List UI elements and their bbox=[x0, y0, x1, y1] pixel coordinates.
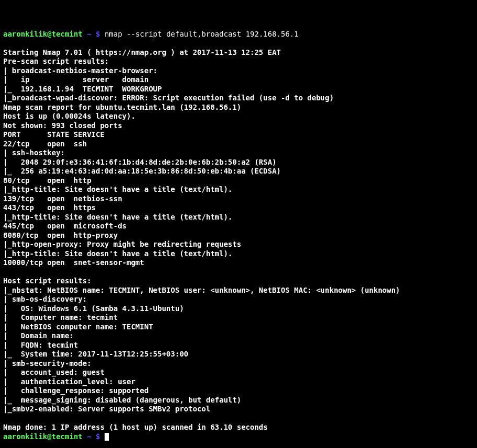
prompt-at: @ bbox=[47, 30, 51, 38]
prompt-host: tecmint bbox=[52, 432, 83, 441]
terminal[interactable]: aaronkilik@tecmint ~ $ nmap --script def… bbox=[3, 30, 474, 442]
command-input[interactable]: nmap --script default,broadcast 192.168.… bbox=[105, 30, 299, 38]
prompt-user: aaronkilik bbox=[3, 30, 47, 38]
prompt-host: tecmint bbox=[52, 30, 83, 38]
prompt-at: @ bbox=[47, 432, 51, 441]
prompt-path: ~ $ bbox=[83, 30, 105, 38]
prompt-path: ~ $ bbox=[83, 432, 105, 441]
terminal-output: Starting Nmap 7.01 ( https://nmap.org ) … bbox=[3, 48, 400, 432]
prompt-user: aaronkilik bbox=[3, 432, 47, 441]
cursor bbox=[105, 433, 109, 441]
